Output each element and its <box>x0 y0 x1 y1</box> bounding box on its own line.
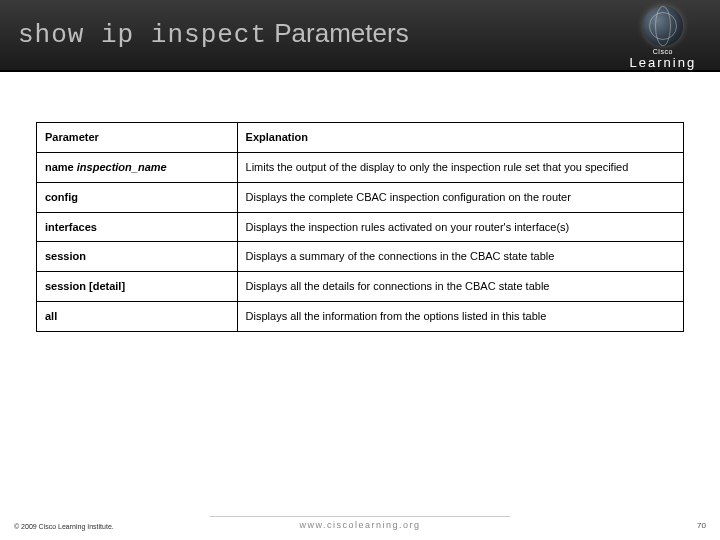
table-body: name inspection_nameLimits the output of… <box>37 152 684 331</box>
slide-header: show ip inspect Parameters Cisco Learnin… <box>0 0 720 72</box>
logo-line-2: Learning <box>620 55 706 70</box>
copyright-text: © 2009 Cisco Learning Institute. <box>14 523 114 530</box>
cell-explanation: Limits the output of the display to only… <box>237 152 683 182</box>
cell-parameter: all <box>37 302 238 332</box>
cell-parameter: session <box>37 242 238 272</box>
slide-title: show ip inspect Parameters <box>18 18 409 50</box>
cell-explanation: Displays all the information from the op… <box>237 302 683 332</box>
title-suffix: Parameters <box>267 18 409 48</box>
table-row: sessionDisplays a summary of the connect… <box>37 242 684 272</box>
col-header-explanation: Explanation <box>237 123 683 153</box>
col-header-parameter: Parameter <box>37 123 238 153</box>
table-row: name inspection_nameLimits the output of… <box>37 152 684 182</box>
slide-body: Parameter Explanation name inspection_na… <box>0 72 720 332</box>
globe-icon <box>643 6 683 46</box>
parameters-table: Parameter Explanation name inspection_na… <box>36 122 684 332</box>
cell-parameter: name inspection_name <box>37 152 238 182</box>
cell-explanation: Displays the inspection rules activated … <box>237 212 683 242</box>
table-header-row: Parameter Explanation <box>37 123 684 153</box>
footer-url: www.ciscolearning.org <box>209 516 510 530</box>
table-row: allDisplays all the information from the… <box>37 302 684 332</box>
cell-explanation: Displays all the details for connections… <box>237 272 683 302</box>
table-row: interfacesDisplays the inspection rules … <box>37 212 684 242</box>
cell-explanation: Displays the complete CBAC inspection co… <box>237 182 683 212</box>
logo-line-3: INSTITUTE <box>620 70 706 79</box>
cisco-learning-logo: Cisco Learning INSTITUTE <box>620 6 706 79</box>
cell-parameter: session [detail] <box>37 272 238 302</box>
cell-parameter: config <box>37 182 238 212</box>
table-row: session [detail]Displays all the details… <box>37 272 684 302</box>
table-row: configDisplays the complete CBAC inspect… <box>37 182 684 212</box>
title-command: show ip inspect <box>18 20 267 50</box>
page-number: 70 <box>697 521 706 530</box>
logo-line-1: Cisco <box>620 48 706 55</box>
cell-explanation: Displays a summary of the connections in… <box>237 242 683 272</box>
slide-footer: © 2009 Cisco Learning Institute. www.cis… <box>0 512 720 532</box>
cell-parameter: interfaces <box>37 212 238 242</box>
